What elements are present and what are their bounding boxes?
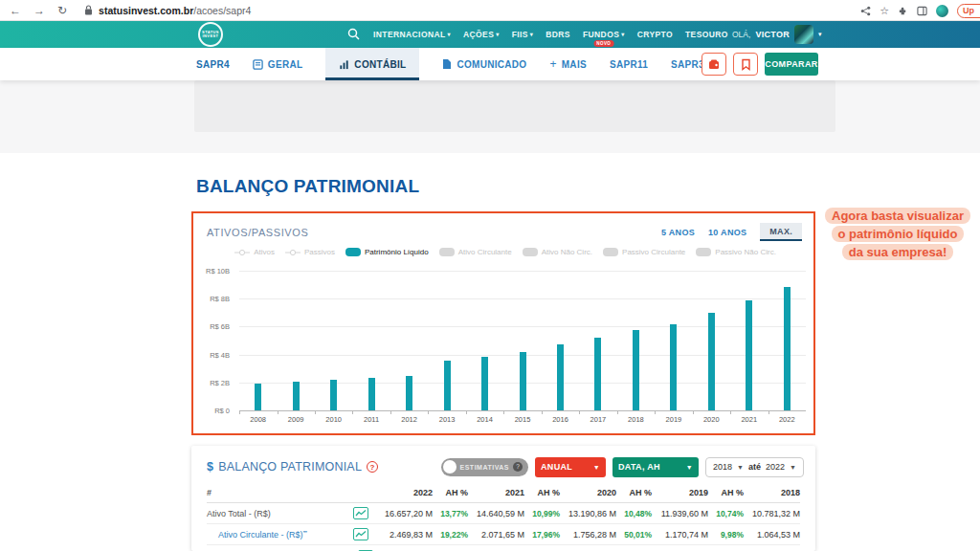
- bar-2014[interactable]: [481, 357, 488, 410]
- axis-tick: [466, 410, 467, 414]
- range-tab-10-anos[interactable]: 10 ANOS: [708, 228, 746, 237]
- row-chart-icon[interactable]: [353, 528, 368, 540]
- axis-tick: [503, 410, 504, 414]
- ah-percent-cell: 10,48%: [616, 509, 652, 518]
- swatch-icon: [696, 248, 711, 256]
- row-label: Ativo Circulante - (R$)””: [207, 529, 353, 540]
- year-to-select[interactable]: 2022: [766, 462, 785, 472]
- value-cell: 10.781,32 M: [744, 509, 800, 518]
- nav-item-crypto[interactable]: CRYPTO: [637, 30, 673, 39]
- ah-percent-cell: 50,01%: [616, 530, 652, 540]
- bar-2017[interactable]: [594, 338, 601, 410]
- document-icon: [442, 58, 452, 70]
- swatch-icon: [523, 248, 538, 256]
- tab-sapr3[interactable]: SAPR3: [671, 48, 704, 80]
- legend-passivos[interactable]: Passivos: [285, 248, 335, 256]
- bar-2020[interactable]: [708, 313, 715, 410]
- ah-percent-cell: 10,74%: [708, 509, 744, 518]
- user-menu[interactable]: OLÁ, VICTOR ▾: [732, 21, 822, 48]
- ah-percent-cell: 9,98%: [708, 530, 744, 540]
- balanco-table-card: $ BALANÇO PATRIMONIAL ? ESTIMATIVAS ? AN…: [191, 446, 815, 551]
- statusinvest-page: ← → ↻ statusinvest.com.br/acoes/sapr4 ☆: [0, 0, 980, 551]
- tab-geral[interactable]: GERAL: [253, 48, 303, 80]
- range-tab-max[interactable]: MAX.: [760, 223, 802, 241]
- user-avatar[interactable]: [794, 25, 813, 44]
- x-axis-label: 2013: [431, 415, 463, 424]
- chevron-down-icon: ▾: [496, 32, 499, 37]
- wallet-icon: [708, 59, 720, 70]
- x-axis-label: 2022: [770, 415, 803, 424]
- bar-2018[interactable]: [633, 330, 639, 410]
- compare-button[interactable]: COMPARAR: [765, 53, 818, 76]
- address-bar[interactable]: statusinvest.com.br/acoes/sapr4: [84, 5, 251, 16]
- nav-item-label: FUNDOS: [583, 30, 619, 39]
- nav-item-fiis[interactable]: FIIS▾: [512, 30, 534, 39]
- axis-tick: [428, 410, 429, 414]
- browser-reload-icon[interactable]: ↻: [57, 1, 67, 20]
- chevron-down-icon: ▼: [737, 464, 744, 471]
- browser-profile-avatar[interactable]: [936, 5, 948, 17]
- tab-contabil[interactable]: CONTÁBIL: [325, 48, 419, 80]
- view-select[interactable]: DATA, AH ▼: [612, 457, 699, 477]
- browser-back-icon[interactable]: ←: [10, 1, 21, 20]
- search-icon[interactable]: [347, 28, 360, 40]
- chevron-down-icon: ▾: [818, 31, 822, 38]
- statusinvest-logo[interactable]: STATUS INVEST: [198, 22, 223, 47]
- x-axis-line: [239, 410, 806, 411]
- browser-forward-icon[interactable]: →: [33, 1, 45, 20]
- tab-comunicado[interactable]: COMUNICADO: [442, 48, 526, 80]
- nav-item-label: AÇÕES: [463, 30, 494, 39]
- favorite-button[interactable]: [733, 53, 758, 76]
- help-icon[interactable]: ?: [367, 461, 378, 473]
- bar-2008[interactable]: [255, 384, 261, 411]
- extensions-icon[interactable]: [898, 6, 908, 16]
- legend-patrimo-nio-li-quido[interactable]: Patrimônio Líquido: [345, 248, 429, 256]
- legend-ativos[interactable]: Ativos: [234, 248, 275, 256]
- bar-2012[interactable]: [406, 376, 412, 410]
- annotation-line: da sua empresa!: [842, 244, 954, 260]
- legend-ativo-na-o-circ[interactable]: Ativo Não Circ.: [523, 248, 592, 256]
- bar-2016[interactable]: [557, 344, 564, 410]
- bar-2019[interactable]: [670, 324, 677, 411]
- bar-2022[interactable]: [784, 287, 791, 410]
- axis-tick: [315, 410, 316, 414]
- y-axis-label: R$ 6B: [193, 322, 230, 331]
- year-from-select[interactable]: 2018: [713, 462, 732, 472]
- side-panel-icon[interactable]: [917, 6, 927, 16]
- plus-icon: +: [549, 57, 556, 71]
- bar-2015[interactable]: [520, 352, 526, 410]
- nav-item-internacional[interactable]: INTERNACIONAL▾: [373, 30, 451, 39]
- nav-item-bdrs[interactable]: BDRS: [546, 30, 570, 39]
- estimativas-toggle[interactable]: ESTIMATIVAS ?: [441, 458, 529, 476]
- bar-2009[interactable]: [293, 382, 300, 410]
- gridline: [239, 271, 806, 272]
- tab-mais[interactable]: + MAIS: [549, 48, 587, 80]
- annotation-line: o patrimônio líquido: [832, 226, 965, 242]
- ativos-passivos-card: R$ 0R$ 2BR$ 4BR$ 6BR$ 8BR$ 10B2008200920…: [191, 211, 815, 435]
- value-cell: 1.064,53 M: [744, 530, 800, 540]
- nav-item-fundos[interactable]: FUNDOS▾NOVO: [583, 30, 625, 39]
- bar-2013[interactable]: [444, 361, 451, 410]
- bookmark-star-icon[interactable]: ☆: [880, 1, 889, 20]
- column-header: 2021: [468, 488, 524, 497]
- tab-sapr11[interactable]: SAPR11: [610, 48, 648, 80]
- value-cell: 14.640,59 M: [468, 509, 524, 518]
- share-icon[interactable]: [860, 6, 871, 16]
- up-extension-badge[interactable]: Up: [957, 4, 980, 18]
- nav-item-tesouro[interactable]: TESOURO: [685, 30, 728, 39]
- range-tab-5-anos[interactable]: 5 ANOS: [661, 228, 695, 237]
- balance-table: #2022AH %2021AH %2020AH %2019AH %2018Ati…: [207, 482, 800, 551]
- bar-2011[interactable]: [368, 378, 375, 410]
- legend-passivo-na-o-circ[interactable]: Passivo Não Circ.: [696, 248, 776, 256]
- nav-item-ac-o-es[interactable]: AÇÕES▾: [463, 30, 500, 39]
- bar-2010[interactable]: [330, 380, 337, 410]
- report-button[interactable]: [702, 53, 726, 76]
- legend-passivo-circulante[interactable]: Passivo Circulante: [603, 248, 685, 256]
- period-select[interactable]: ANUAL ▼: [535, 457, 606, 477]
- tab-sapr4[interactable]: SAPR4: [196, 48, 230, 80]
- legend-ativo-circulante[interactable]: Ativo Circulante: [439, 248, 512, 256]
- value-cell: 2.469,83 M: [376, 530, 433, 540]
- bar-2021[interactable]: [746, 300, 752, 410]
- greeting-label: OLÁ,: [732, 30, 750, 39]
- row-chart-icon[interactable]: [353, 507, 368, 519]
